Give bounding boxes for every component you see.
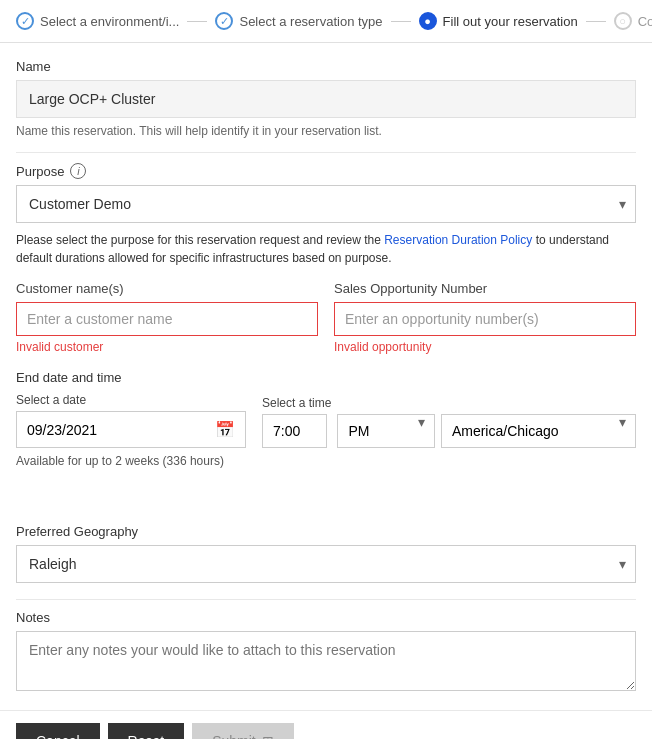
ampm-select-wrap[interactable]: x PM AM ▾ — [337, 396, 435, 448]
customer-label: Customer name(s) — [16, 281, 318, 296]
step-sep-1 — [187, 21, 207, 22]
timezone-select[interactable]: America/Chicago America/New_York America… — [441, 414, 636, 448]
date-input-wrap[interactable]: 📅 — [16, 411, 246, 448]
step-env: ✓ Select a environment/i... — [16, 12, 179, 30]
submit-icon: ⊞ — [262, 733, 274, 739]
time-col: Select a time x PM AM ▾ x America/Chicag… — [262, 396, 636, 448]
ampm-select[interactable]: PM AM — [337, 414, 435, 448]
step-reservation-type: ✓ Select a reservation type — [215, 12, 382, 30]
step-fill-out: ● Fill out your reservation — [419, 12, 578, 30]
opportunity-error: Invalid opportunity — [334, 340, 636, 354]
purpose-select-wrap[interactable]: Customer Demo Internal Use Training POC … — [16, 185, 636, 223]
purpose-label: Purpose i — [16, 163, 636, 179]
name-section: Name Large OCP+ Cluster Name this reserv… — [16, 59, 636, 138]
step-reservation-icon: ✓ — [215, 12, 233, 30]
opportunity-input[interactable] — [334, 302, 636, 336]
divider-1 — [16, 152, 636, 153]
datetime-section: End date and time Select a date 📅 Select… — [16, 370, 636, 468]
notes-textarea[interactable] — [16, 631, 636, 691]
opportunity-col: Sales Opportunity Number Invalid opportu… — [334, 281, 636, 354]
customer-error: Invalid customer — [16, 340, 318, 354]
customer-input[interactable] — [16, 302, 318, 336]
cancel-button[interactable]: Cancel — [16, 723, 100, 739]
name-hint: Name this reservation. This will help id… — [16, 124, 636, 138]
geo-select-wrap[interactable]: Raleigh Dallas Phoenix London ▾ — [16, 545, 636, 583]
opportunity-label: Sales Opportunity Number — [334, 281, 636, 296]
purpose-info-icon[interactable]: i — [70, 163, 86, 179]
geo-section: Preferred Geography Raleigh Dallas Phoen… — [16, 524, 636, 583]
divider-2 — [16, 599, 636, 600]
date-sub-label: Select a date — [16, 393, 246, 407]
timezone-select-wrap[interactable]: x America/Chicago America/New_York Ameri… — [441, 396, 636, 448]
reset-button[interactable]: Reset — [108, 723, 185, 739]
customer-opportunity-row: Customer name(s) Invalid customer Sales … — [16, 281, 636, 354]
geo-select[interactable]: Raleigh Dallas Phoenix London — [16, 545, 636, 583]
step-complete-label: Complete — [638, 14, 652, 29]
date-col: Select a date 📅 — [16, 393, 246, 448]
step-sep-2 — [391, 21, 411, 22]
reservation-policy-link[interactable]: Reservation Duration Policy — [384, 233, 532, 247]
available-hint: Available for up to 2 weeks (336 hours) — [16, 454, 636, 468]
customer-col: Customer name(s) Invalid customer — [16, 281, 318, 354]
spacer — [16, 484, 636, 524]
name-display: Large OCP+ Cluster — [16, 80, 636, 118]
purpose-select[interactable]: Customer Demo Internal Use Training POC — [16, 185, 636, 223]
step-complete: ○ Complete — [614, 12, 652, 30]
name-label: Name — [16, 59, 636, 74]
datetime-row: Select a date 📅 Select a time x PM AM — [16, 393, 636, 448]
datetime-label: End date and time — [16, 370, 636, 385]
step-env-icon: ✓ — [16, 12, 34, 30]
footer: Cancel Reset Submit ⊞ — [0, 710, 652, 739]
notes-label: Notes — [16, 610, 636, 625]
time-input[interactable] — [262, 414, 327, 448]
stepper: ✓ Select a environment/i... ✓ Select a r… — [0, 0, 652, 43]
step-env-label: Select a environment/i... — [40, 14, 179, 29]
purpose-section: Purpose i Customer Demo Internal Use Tra… — [16, 163, 636, 267]
geo-label: Preferred Geography — [16, 524, 636, 539]
calendar-icon[interactable]: 📅 — [215, 420, 235, 439]
purpose-hint: Please select the purpose for this reser… — [16, 231, 636, 267]
step-fill-icon: ● — [419, 12, 437, 30]
submit-label: Submit — [212, 733, 256, 739]
date-input[interactable] — [27, 422, 215, 438]
time-sub-label: Select a time — [262, 396, 331, 410]
step-complete-icon: ○ — [614, 12, 632, 30]
submit-button: Submit ⊞ — [192, 723, 294, 739]
notes-section: Notes — [16, 610, 636, 694]
step-sep-3 — [586, 21, 606, 22]
step-fill-label: Fill out your reservation — [443, 14, 578, 29]
step-reservation-label: Select a reservation type — [239, 14, 382, 29]
form-content: Name Large OCP+ Cluster Name this reserv… — [0, 43, 652, 694]
